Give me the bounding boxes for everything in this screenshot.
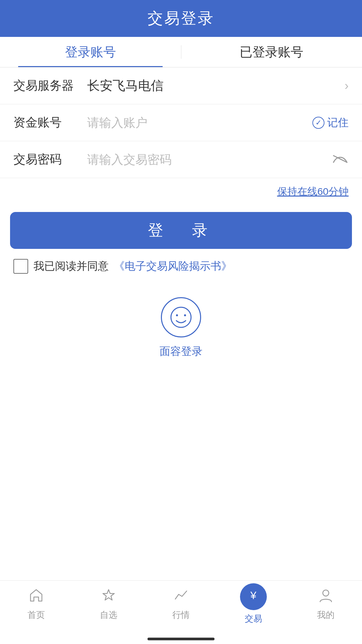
header: 交易登录 [0,0,362,37]
chart-icon [173,587,189,606]
server-label: 交易服务器 [13,77,80,94]
account-row: 资金账号 记住 [0,104,362,141]
password-label: 交易密码 [13,151,80,168]
account-label: 资金账号 [13,114,80,131]
nav-label-home: 首页 [27,609,45,621]
home-indicator [147,638,215,640]
svg-point-1 [176,314,178,316]
header-title: 交易登录 [147,8,215,29]
nav-label-trade: 交易 [245,613,262,625]
nav-item-favorites[interactable]: 自选 [72,587,145,621]
nav-item-mine[interactable]: 我的 [290,587,362,621]
svg-point-4 [323,590,329,596]
agreement-link[interactable]: 《电子交易风险揭示书》 [114,259,232,274]
tab-logged-in[interactable]: 已登录账号 [181,37,362,67]
tab-login[interactable]: 登录账号 [0,37,181,67]
password-row: 交易密码 [0,141,362,178]
svg-point-0 [171,307,191,327]
star-icon [100,587,117,606]
login-button[interactable]: 登 录 [10,212,352,249]
face-login-area: 面容登录 [0,284,362,372]
nav-item-market[interactable]: 行情 [145,587,217,621]
person-icon [317,587,334,606]
trade-active-bg: ¥ [240,583,267,610]
agreement-prefix: 我已阅读并同意 [34,259,109,274]
nav-label-mine: 我的 [317,609,335,621]
svg-text:¥: ¥ [250,589,256,601]
chevron-right-icon: › [345,79,349,93]
keep-online-link[interactable]: 60分钟 [317,186,349,197]
bottom-nav: 首页 自选 行情 ¥ 交易 [0,580,362,634]
keep-online-prefix: 保持在线 [277,186,317,197]
nav-item-trade[interactable]: ¥ 交易 [217,583,290,625]
home-bar [0,634,362,644]
keep-online-row: 保持在线60分钟 [0,178,362,202]
password-input[interactable] [80,153,332,167]
remember-checkbox[interactable] [312,117,324,129]
eye-icon[interactable] [332,152,349,167]
face-login-button[interactable] [161,297,201,337]
nav-label-market: 行情 [172,609,190,621]
remember-section[interactable]: 记住 [312,115,349,130]
svg-point-2 [184,314,186,316]
nav-item-home[interactable]: 首页 [0,587,72,621]
trade-icon: ¥ [246,588,261,605]
server-row[interactable]: 交易服务器 长安飞马电信 › [0,67,362,104]
agreement-checkbox[interactable] [13,259,28,274]
face-login-label: 面容登录 [160,344,202,359]
account-input[interactable] [80,116,312,130]
server-value: 长安飞马电信 [80,77,345,94]
agreement-row: 我已阅读并同意 《电子交易风险揭示书》 [0,259,362,274]
remember-label: 记住 [327,115,349,130]
nav-label-favorites: 自选 [100,609,117,621]
form-area: 交易服务器 长安飞马电信 › 资金账号 记住 交易密码 保持在线60分钟 登 录… [0,67,362,580]
home-icon [28,587,45,606]
tab-bar: 登录账号 已登录账号 [0,37,362,67]
login-btn-wrapper: 登 录 [0,202,362,259]
